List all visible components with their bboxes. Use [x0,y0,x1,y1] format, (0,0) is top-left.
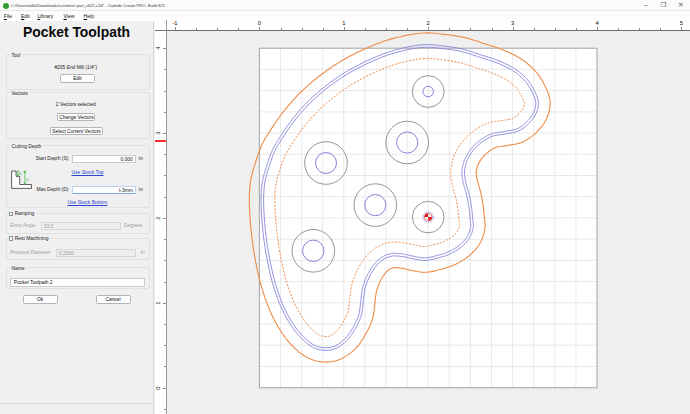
svg-text:S: S [19,171,22,176]
svg-text:D: D [26,177,29,182]
